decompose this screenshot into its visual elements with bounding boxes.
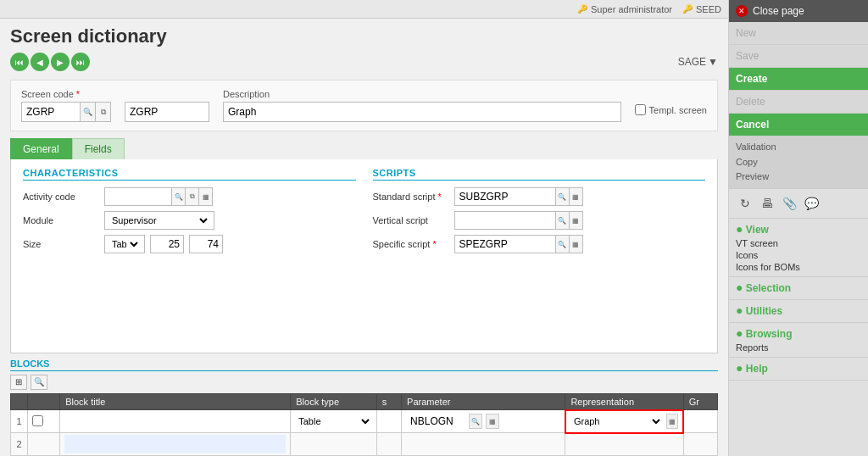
activity-code-input[interactable]: [104, 187, 172, 206]
tabs-area: General Fields: [10, 138, 718, 159]
delete-button[interactable]: Delete: [729, 91, 868, 114]
validation-label[interactable]: Validation: [736, 140, 861, 155]
row1-gr: [683, 410, 717, 433]
standard-script-label: Standard script *: [373, 192, 449, 202]
standard-script-detail-icon[interactable]: ▦: [570, 187, 583, 206]
save-button[interactable]: Save: [729, 45, 868, 68]
row1-representation: Graph ▦: [565, 410, 683, 433]
size-height-input[interactable]: [189, 235, 223, 253]
tab-fields[interactable]: Fields: [72, 138, 125, 159]
reports-link[interactable]: Reports: [736, 342, 861, 353]
icons-boms-link[interactable]: Icons for BOMs: [736, 261, 861, 273]
refresh-icon[interactable]: ↻: [736, 194, 754, 213]
row1-representation-select[interactable]: Graph: [570, 415, 663, 427]
row1-parameter-input[interactable]: [406, 412, 465, 431]
row1-param-detail-icon[interactable]: ▦: [486, 414, 499, 429]
blocks-table: Block title Block type s Parameter Repre…: [10, 393, 718, 457]
row1-block-type-select[interactable]: Table: [295, 415, 371, 427]
preview-label[interactable]: Preview: [736, 170, 861, 185]
top-bar-user: 🔑 Super administrator: [577, 4, 672, 14]
row1-parameter: 🔍 ▦: [402, 410, 565, 433]
standard-script-input[interactable]: [454, 187, 556, 206]
activity-code-copy-icon[interactable]: ⧉: [186, 187, 199, 206]
vt-screen-link[interactable]: VT screen: [736, 237, 861, 249]
sage-label: SAGE: [678, 56, 706, 68]
blocks-search-icon[interactable]: 🔍: [31, 375, 47, 390]
blocks-table-header: Block title Block type s Parameter Repre…: [11, 393, 718, 410]
row2-s: [376, 433, 401, 456]
nav-next-button[interactable]: ▶: [51, 53, 70, 71]
utilities-section: ● Utilities: [729, 300, 868, 323]
sage-dropdown[interactable]: SAGE ▼: [678, 53, 718, 71]
nav-last-button[interactable]: ⏭: [71, 53, 90, 71]
row1-param-search-icon[interactable]: 🔍: [469, 414, 482, 429]
row1-checkbox[interactable]: [32, 415, 43, 426]
selection-section: ● Selection: [729, 277, 868, 300]
vertical-script-search-icon[interactable]: 🔍: [556, 211, 570, 230]
vertical-script-detail-icon[interactable]: ▦: [570, 211, 583, 230]
screen-code-secondary-input[interactable]: [125, 102, 209, 122]
row1-block-title-input[interactable]: [64, 412, 286, 431]
screen-code-search-icon[interactable]: 🔍: [81, 102, 96, 122]
col-num: [11, 393, 28, 410]
cancel-button[interactable]: Cancel: [729, 114, 868, 136]
activity-code-detail-icon[interactable]: ▦: [199, 187, 213, 206]
activity-code-label: Activity code: [23, 192, 99, 202]
icons-link[interactable]: Icons: [736, 249, 861, 261]
row1-rep-detail-icon[interactable]: ▦: [666, 414, 678, 429]
activity-code-search-icon[interactable]: 🔍: [172, 187, 186, 206]
row2-block-title-input[interactable]: [64, 435, 286, 453]
screen-code-group: Screen code * 🔍 ⧉: [21, 89, 111, 122]
tab-general[interactable]: General: [10, 138, 72, 159]
table-row: 2: [11, 433, 718, 456]
module-row: Module Supervisor: [23, 211, 356, 230]
templ-screen-checkbox[interactable]: [635, 104, 646, 115]
specific-script-input[interactable]: [454, 235, 556, 253]
attachment-icon[interactable]: 📎: [780, 194, 798, 213]
standard-script-search-icon[interactable]: 🔍: [556, 187, 570, 206]
help-title: ● Help: [736, 361, 861, 375]
blocks-toolbar: ⊞ 🔍: [10, 375, 718, 390]
new-button[interactable]: New: [729, 22, 868, 45]
col-gr: Gr: [683, 393, 717, 410]
module-select[interactable]: Supervisor: [108, 214, 210, 226]
screen-code-input[interactable]: [21, 102, 81, 122]
size-width-input[interactable]: [150, 235, 184, 253]
vertical-script-input[interactable]: [454, 211, 556, 230]
row2-block-title: [60, 433, 291, 456]
close-page-button[interactable]: ✕ Close page: [729, 0, 868, 22]
specific-script-required: *: [432, 239, 436, 249]
create-button[interactable]: Create: [729, 68, 868, 91]
description-label: Description: [223, 89, 621, 99]
nav-first-button[interactable]: ⏮: [10, 53, 29, 71]
vertical-script-label: Vertical script: [373, 215, 449, 225]
description-input[interactable]: [223, 102, 621, 122]
blocks-grid-icon[interactable]: ⊞: [10, 375, 27, 390]
row2-block-type: [291, 433, 376, 456]
col-representation: Representation: [565, 393, 683, 410]
form-section: Screen code * 🔍 ⧉ Description: [10, 80, 718, 131]
size-select[interactable]: Tab: [108, 238, 141, 250]
comment-icon[interactable]: 💬: [802, 194, 821, 213]
templ-screen-label: Templ. screen: [649, 105, 707, 115]
top-bar-seed: 🔑 SEED: [682, 4, 721, 14]
col-parameter: Parameter: [402, 393, 565, 410]
row2-gr: [683, 433, 717, 456]
specific-script-search-icon[interactable]: 🔍: [556, 235, 570, 253]
blocks-section: BLOCKS ⊞ 🔍 Block title Block type s Para…: [10, 359, 718, 457]
row2-check: [28, 433, 60, 456]
size-label: Size: [23, 239, 99, 249]
copy-label[interactable]: Copy: [736, 155, 861, 170]
screen-code-copy-icon[interactable]: ⧉: [96, 102, 111, 122]
row2-num: 2: [11, 433, 28, 456]
activity-code-input-wrap: 🔍 ⧉ ▦: [104, 187, 213, 206]
size-row: Size Tab: [23, 235, 356, 253]
print-icon[interactable]: 🖶: [758, 194, 776, 213]
seed-label: SEED: [696, 4, 721, 14]
scripts-col: SCRIPTS Standard script * 🔍 ▦: [373, 168, 706, 259]
row1-check: [28, 410, 60, 433]
nav-prev-button[interactable]: ◀: [31, 53, 49, 71]
specific-script-detail-icon[interactable]: ▦: [570, 235, 583, 253]
row1-s: [376, 410, 401, 433]
screen-code-secondary-group: [125, 89, 209, 122]
